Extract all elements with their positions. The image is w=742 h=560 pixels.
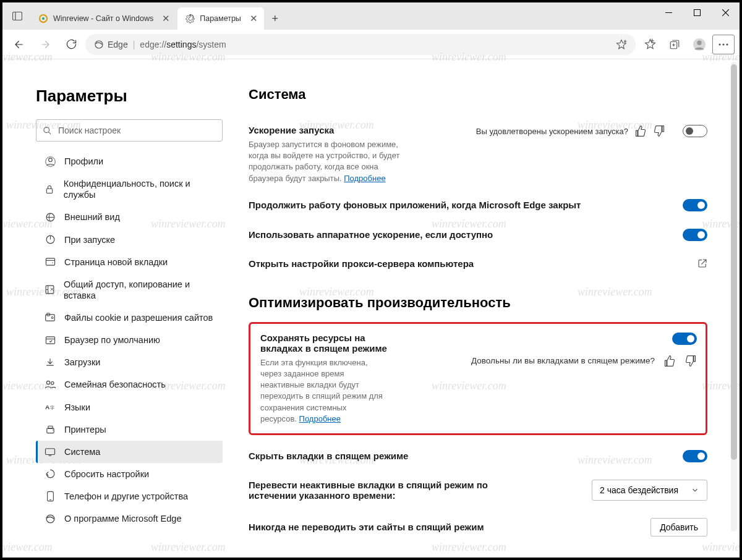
address-bar[interactable]: Edge | edge://settings/system [85, 34, 636, 55]
select-value: 2 часа бездействия [600, 485, 678, 495]
profile-button[interactable] [688, 33, 711, 56]
nav-label: Внешний вид [64, 211, 120, 223]
row-proxy-settings[interactable]: Открыть настройки прокси-сервера компьют… [249, 250, 707, 278]
svg-line-21 [48, 132, 51, 134]
svg-rect-28 [46, 258, 54, 265]
search-input[interactable]: Поиск настроек [36, 119, 223, 142]
highlight-sleeping-tabs: Сохранять ресурсы на вкладках в спящем р… [249, 322, 707, 435]
svg-point-38 [51, 382, 54, 385]
nav-label: Семейная безопасность [64, 379, 166, 390]
toggle-background-apps[interactable] [683, 199, 707, 211]
thumbs-up-icon[interactable] [634, 125, 647, 137]
sidebar-item-12[interactable]: Система [36, 441, 223, 463]
section-heading-system: Система [249, 87, 707, 103]
gear-icon [185, 14, 195, 23]
svg-point-20 [44, 127, 49, 132]
svg-rect-24 [47, 189, 53, 193]
svg-point-34 [51, 317, 53, 319]
thumbs-down-icon[interactable] [684, 355, 697, 367]
nav-label: Языки [64, 402, 90, 413]
setting-title: Открыть настройки прокси-сервера компьют… [249, 258, 697, 269]
sidebar-item-8[interactable]: Загрузки [36, 351, 223, 373]
toggle-hw-accel[interactable] [683, 229, 707, 241]
setting-title: Ускорение запуска [249, 125, 403, 135]
svg-rect-2 [13, 12, 22, 20]
nav-icon [45, 234, 56, 245]
setting-desc: Если эта функция включена, через заданно… [260, 357, 384, 425]
nav-label: Общий доступ, копирование и вставка [64, 279, 214, 301]
tab-title: Winreview - Сайт о Windows [53, 14, 153, 23]
svg-point-22 [48, 158, 52, 161]
svg-point-48 [46, 515, 54, 523]
tab-settings[interactable]: Параметры ✕ [177, 7, 264, 30]
setting-title: Скрыть вкладки в спящем режиме [249, 451, 675, 461]
nav-icon [45, 469, 56, 479]
sidebar-item-10[interactable]: A字Языки [36, 396, 223, 418]
back-button[interactable] [7, 33, 31, 56]
thumbs-up-icon[interactable] [663, 355, 676, 367]
forward-button[interactable] [33, 33, 57, 56]
nav-label: Телефон и другие устройства [64, 491, 188, 502]
minimize-button[interactable] [654, 2, 683, 22]
nav-icon [45, 514, 56, 524]
row-hw-accel: Использовать аппаратное ускорение, если … [249, 220, 707, 250]
thumbs-down-icon[interactable] [653, 125, 665, 137]
tab-actions-button[interactable] [6, 5, 28, 27]
svg-point-16 [697, 40, 701, 45]
collections-button[interactable] [663, 33, 686, 56]
feedback-text: Вы удовлетворены ускорением запуска? [476, 127, 628, 136]
more-menu-button[interactable] [712, 35, 735, 54]
sidebar-item-2[interactable]: Внешний вид [36, 206, 223, 228]
site-identity[interactable]: Edge [94, 40, 128, 49]
sidebar-item-0[interactable]: Профили [36, 150, 223, 172]
favorites-button[interactable] [638, 33, 662, 56]
sidebar-item-4[interactable]: Страница новой вкладки [36, 251, 223, 273]
nav-label: Сбросить настройки [64, 469, 149, 480]
setting-title: Продолжить работу фоновых приложений, ко… [249, 200, 675, 210]
separator: | [133, 40, 135, 49]
sidebar-item-15[interactable]: О программе Microsoft Edge [36, 507, 223, 530]
sidebar-item-14[interactable]: Телефон и другие устройства [36, 485, 223, 507]
nav-label: Принтеры [64, 424, 106, 435]
refresh-button[interactable] [59, 33, 83, 56]
nav-icon [45, 212, 56, 223]
toggle-fade-sleeping[interactable] [683, 450, 707, 462]
toggle-sleeping-tabs[interactable] [672, 333, 697, 345]
sidebar-item-7[interactable]: Браузер по умолчанию [36, 329, 223, 351]
row-background-apps: Продолжить работу фоновых приложений, ко… [249, 190, 707, 220]
sidebar-item-5[interactable]: Общий доступ, копирование и вставка [36, 273, 223, 307]
close-window-button[interactable] [711, 2, 740, 22]
toolbar-right [638, 33, 735, 56]
favorite-star-icon[interactable] [616, 39, 627, 50]
chevron-down-icon [691, 486, 699, 494]
url-prefix: edge:// [140, 40, 166, 49]
new-tab-button[interactable]: + [265, 9, 285, 28]
row-fade-sleeping: Скрыть вкладки в спящем режиме [249, 441, 707, 471]
sidebar-item-6[interactable]: Файлы cookie и разрешения сайтов [36, 307, 223, 329]
sidebar-item-9[interactable]: Семейная безопасность [36, 373, 223, 396]
nav-label: Конфиденциальность, поиск и службы [64, 178, 214, 200]
sidebar-item-11[interactable]: Принтеры [36, 418, 223, 441]
feedback-block: Довольны ли вы вкладками в спящем режиме… [471, 355, 697, 367]
setting-title: Сохранять ресурсы на вкладках в спящем р… [260, 333, 390, 354]
add-site-button[interactable]: Добавить [650, 518, 707, 537]
close-tab-icon[interactable]: ✕ [158, 13, 170, 24]
url-host: settings [166, 40, 196, 49]
learn-more-link[interactable]: Подробнее [344, 174, 385, 183]
maximize-button[interactable] [683, 2, 711, 22]
sleep-timeout-select[interactable]: 2 часа бездействия [592, 480, 707, 501]
sidebar-item-3[interactable]: При запуске [36, 229, 223, 251]
nav-icon [45, 336, 56, 345]
search-placeholder: Поиск настроек [58, 125, 121, 135]
close-tab-icon[interactable]: ✕ [246, 13, 258, 24]
sidebar-item-13[interactable]: Сбросить настройки [36, 463, 223, 485]
nav-label: Файлы cookie и разрешения сайтов [64, 312, 213, 323]
tab-winreview[interactable]: Winreview - Сайт о Windows ✕ [31, 7, 176, 30]
sidebar: Параметры Поиск настроек ПрофилиКонфиден… [2, 59, 237, 558]
nav-icon [45, 313, 56, 323]
svg-point-6 [95, 41, 103, 48]
content: Параметры Поиск настроек ПрофилиКонфиден… [2, 59, 740, 558]
sidebar-item-1[interactable]: Конфиденциальность, поиск и службы [36, 172, 223, 206]
learn-more-link[interactable]: Подробнее [299, 414, 341, 423]
toggle-startup-boost[interactable] [683, 125, 707, 137]
